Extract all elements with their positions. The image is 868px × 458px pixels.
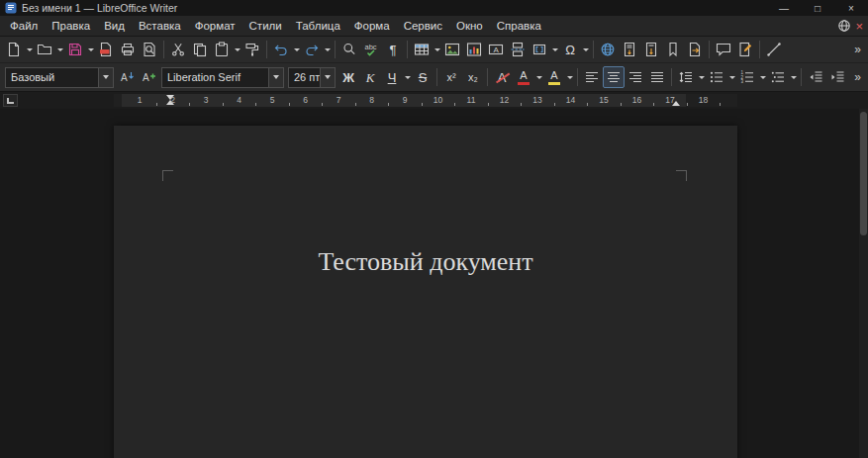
new-style-button[interactable]: A [138,66,159,88]
numbered-list-dropdown chevron-down-icon[interactable] [758,66,767,88]
insert-hyperlink-button[interactable] [597,39,619,60]
subscript-button[interactable]: x₂ [462,66,484,88]
insert-textbox-button[interactable]: A [485,39,507,60]
menu-file[interactable]: Файл [3,17,45,35]
open-dropdown chevron-down-icon[interactable] [55,39,64,60]
new-document-button[interactable] [3,39,25,60]
menu-insert[interactable]: Вставка [132,17,188,35]
increase-indent-button[interactable] [826,66,848,88]
insert-table-button[interactable] [411,39,433,60]
scrollbar-thumb[interactable] [860,112,867,235]
spelling-button[interactable]: abc [360,39,382,60]
underline-button[interactable]: Ч [381,66,403,88]
ruler[interactable]: 123456789101112131415161718 [114,94,737,107]
maximize-button[interactable]: □ [801,0,834,16]
paste-dropdown chevron-down-icon[interactable] [233,39,241,60]
superscript-button[interactable]: x² [440,66,462,88]
menu-styles[interactable]: Стили [242,17,289,35]
insert-page-break-button[interactable] [507,39,529,60]
redo-dropdown chevron-down-icon[interactable] [323,39,332,60]
copy-button[interactable] [189,39,211,60]
document-heading-text[interactable]: Тестовый документ [114,247,737,277]
close-button[interactable]: × [834,0,868,16]
menu-form[interactable]: Форма [347,17,397,35]
menu-help[interactable]: Справка [490,17,548,35]
open-button[interactable] [34,39,55,60]
align-left-button[interactable] [581,66,603,88]
insert-table-dropdown chevron-down-icon[interactable] [433,39,441,60]
font-name-value[interactable]: Liberation Serif [162,71,268,83]
strikethrough-button[interactable]: S [412,66,434,88]
font-color-button[interactable]: А [513,66,534,88]
find-replace-button[interactable] [338,39,360,60]
special-character-dropdown chevron-down-icon[interactable] [581,39,590,60]
underline-dropdown chevron-down-icon[interactable] [403,66,412,88]
track-changes-button[interactable] [734,39,756,60]
undo-button[interactable] [270,39,292,60]
export-pdf-button[interactable] [95,39,117,60]
clone-formatting-button[interactable] [241,39,263,60]
font-color-dropdown chevron-down-icon[interactable] [534,66,543,88]
italic-button[interactable]: К [359,66,381,88]
outline-list-button[interactable] [767,66,789,88]
menu-tools[interactable]: Сервис [397,17,449,35]
clear-formatting-button[interactable]: A [491,66,513,88]
line-spacing-button[interactable] [675,66,697,88]
font-size-dropdown chevron-down-icon[interactable] [320,68,335,87]
globe-icon[interactable] [837,19,851,33]
insert-comment-button[interactable] [713,39,734,60]
highlight-color-button[interactable]: А [543,66,565,88]
align-justify-button[interactable] [646,66,668,88]
highlight-dropdown chevron-down-icon[interactable] [565,66,574,88]
redo-button[interactable] [301,39,323,60]
menu-window[interactable]: Окно [449,17,490,35]
outline-list-dropdown chevron-down-icon[interactable] [789,66,798,88]
new-document-dropdown chevron-down-icon[interactable] [25,39,34,60]
paragraph-style-dropdown chevron-down-icon[interactable] [98,68,113,87]
formatting-marks-button[interactable]: ¶ [382,39,404,60]
insert-cross-reference-button[interactable] [684,39,706,60]
align-right-button[interactable] [625,66,646,88]
update-style-button[interactable]: A [116,66,138,88]
align-center-button[interactable] [603,66,625,88]
cut-button[interactable] [167,39,189,60]
line-spacing-dropdown chevron-down-icon[interactable] [697,66,706,88]
insert-line-button[interactable] [763,39,785,60]
numbered-list-button[interactable]: 123 [736,66,758,88]
insert-special-character-button[interactable]: Ω [559,39,581,60]
insert-field-dropdown chevron-down-icon[interactable] [550,39,559,60]
menu-format[interactable]: Формат [188,17,242,35]
font-size-combobox[interactable]: 26 пт [288,67,336,88]
print-preview-button[interactable] [139,39,160,60]
paste-button[interactable] [211,39,233,60]
minimize-button[interactable]: — [767,0,801,16]
tab-stop-selector[interactable] [3,94,18,107]
insert-chart-button[interactable] [463,39,485,60]
menu-edit[interactable]: Правка [45,17,97,35]
insert-field-button[interactable] [529,39,550,60]
save-dropdown chevron-down-icon[interactable] [86,39,95,60]
document-page[interactable]: Тестовый документ [114,126,737,458]
insert-footnote-button[interactable] [619,39,640,60]
font-name-combobox[interactable]: Liberation Serif [161,67,284,88]
undo-dropdown chevron-down-icon[interactable] [292,39,301,60]
insert-bookmark-button[interactable] [662,39,684,60]
font-size-value[interactable]: 26 пт [289,71,320,83]
insert-endnote-button[interactable] [640,39,662,60]
decrease-indent-button[interactable] [805,66,826,88]
insert-image-button[interactable] [441,39,463,60]
paragraph-style-combobox[interactable]: Базовый [5,67,114,88]
font-name-dropdown chevron-down-icon[interactable] [268,68,283,87]
paragraph-style-value[interactable]: Базовый [6,71,98,83]
formatting-toolbar-overflow-button[interactable]: » [850,70,865,84]
menu-view[interactable]: Вид [97,17,132,35]
close-document-icon[interactable]: × [855,20,863,33]
menu-table[interactable]: Таблица [289,17,347,35]
vertical-scrollbar[interactable] [859,109,868,458]
bold-button[interactable]: Ж [338,66,359,88]
save-button[interactable] [64,39,86,60]
bullet-list-dropdown chevron-down-icon[interactable] [727,66,736,88]
print-button[interactable] [117,39,139,60]
bullet-list-button[interactable] [706,66,727,88]
standard-toolbar-overflow-button[interactable]: » [850,43,865,56]
